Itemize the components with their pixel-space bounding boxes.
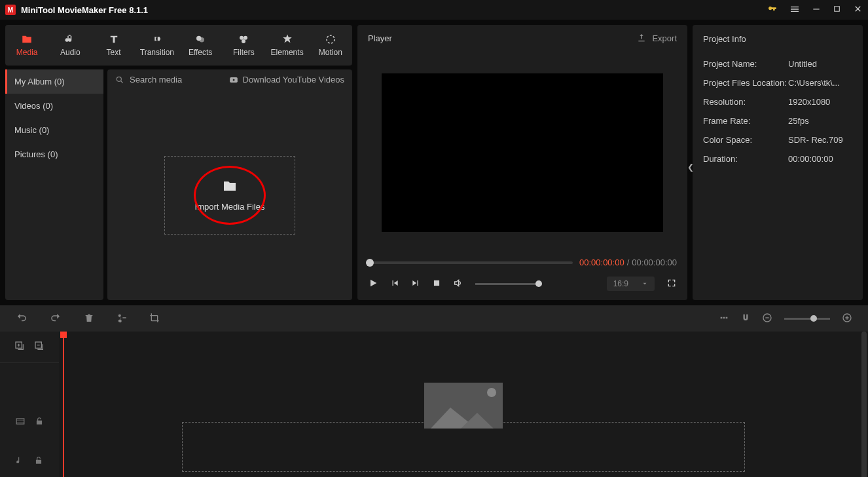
tab-elements-label: Elements — [271, 48, 304, 57]
timeline-toolbar — [0, 305, 868, 332]
time-current: 00:00:00:00 — [579, 258, 624, 267]
timeline-scrollbar[interactable] — [861, 332, 867, 477]
timeline-track-header — [0, 332, 59, 477]
svg-point-3 — [244, 36, 247, 40]
timeline-drop-zone[interactable] — [182, 422, 745, 472]
sidebar-item-pictures[interactable]: Pictures (0) — [5, 142, 103, 166]
project-colorspace-value: SDR- Rec.709 — [788, 135, 852, 145]
time-total: 00:00:00:00 — [632, 258, 677, 267]
video-track-icon — [15, 417, 26, 428]
close-button[interactable] — [853, 4, 863, 16]
playhead[interactable] — [63, 332, 64, 477]
chevron-down-icon — [642, 280, 648, 287]
tab-audio-label: Audio — [60, 48, 81, 57]
search-placeholder: Search media — [130, 75, 182, 85]
redo-button[interactable] — [50, 312, 62, 326]
tab-transition-label: Transition — [140, 48, 174, 57]
download-youtube-label: Download YouTube Videos — [243, 75, 344, 85]
zoom-in-button[interactable] — [842, 313, 852, 325]
project-framerate-label: Frame Rate: — [703, 116, 788, 126]
project-resolution-label: Resolution: — [703, 97, 788, 107]
key-icon[interactable] — [767, 4, 778, 16]
svg-point-4 — [242, 39, 245, 43]
tab-media[interactable]: Media — [5, 28, 48, 63]
progress-bar[interactable] — [368, 261, 573, 264]
project-name-label: Project Name: — [703, 59, 788, 69]
svg-rect-8 — [434, 280, 439, 285]
sidebar-item-videos[interactable]: Videos (0) — [5, 94, 103, 118]
svg-point-2 — [240, 36, 244, 40]
tab-effects[interactable]: Effects — [179, 28, 222, 63]
svg-point-6 — [117, 77, 121, 81]
tab-effects-label: Effects — [189, 48, 212, 57]
player-panel: Player Export 00:00:00:00 / 00:00:00:00 … — [357, 25, 687, 300]
tab-media-label: Media — [16, 48, 38, 57]
stop-button[interactable] — [432, 278, 441, 290]
sidebar-item-music[interactable]: Music (0) — [5, 118, 103, 142]
next-frame-button[interactable] — [411, 278, 420, 290]
magnet-button[interactable] — [741, 313, 750, 325]
project-info-title: Project Info — [693, 25, 863, 53]
crop-button[interactable] — [149, 313, 160, 325]
timeline: Drag and drop materials here to start cr… — [0, 332, 868, 477]
project-location-value: C:\Users\tk\... — [788, 78, 852, 88]
svg-rect-13 — [16, 418, 24, 423]
fullscreen-button[interactable] — [666, 278, 677, 290]
delete-button[interactable] — [84, 313, 94, 325]
player-title: Player — [368, 33, 392, 43]
undo-button[interactable] — [16, 312, 27, 326]
project-framerate-value: 25fps — [788, 116, 852, 126]
export-icon — [636, 33, 647, 43]
app-logo-icon: M — [5, 5, 16, 15]
add-track-button[interactable] — [14, 341, 25, 353]
media-panel: Search media Download YouTube Videos Imp… — [107, 69, 352, 300]
project-duration-label: Duration: — [703, 154, 788, 164]
tab-audio[interactable]: Audio — [48, 28, 92, 63]
project-location-label: Project Files Location: — [703, 78, 788, 88]
snap-button[interactable] — [719, 313, 729, 325]
tab-elements[interactable]: Elements — [266, 28, 309, 63]
tab-filters[interactable]: Filters — [222, 28, 265, 63]
zoom-out-button[interactable] — [762, 313, 772, 325]
main-tabbar: Media Audio Text Transition Effects Filt… — [5, 25, 352, 66]
time-separator: / — [627, 258, 630, 267]
prev-frame-button[interactable] — [390, 278, 399, 290]
tab-text[interactable]: Text — [92, 28, 136, 63]
menu-icon[interactable] — [789, 4, 800, 16]
search-input[interactable]: Search media — [115, 75, 222, 85]
download-youtube-button[interactable]: Download YouTube Videos — [228, 75, 344, 85]
tab-transition[interactable]: Transition — [136, 28, 179, 63]
media-category-list: My Album (0) Videos (0) Music (0) Pictur… — [5, 69, 103, 300]
split-button[interactable] — [117, 313, 127, 325]
project-resolution-value: 1920x1080 — [788, 97, 852, 107]
export-button[interactable]: Export — [636, 33, 677, 43]
video-preview — [382, 73, 663, 232]
svg-point-5 — [327, 35, 335, 43]
minimize-button[interactable] — [812, 5, 821, 16]
project-name-value: Untitled — [788, 59, 852, 69]
tab-motion-label: Motion — [319, 48, 342, 57]
svg-point-1 — [200, 37, 205, 43]
volume-slider[interactable] — [475, 283, 541, 285]
aspect-ratio-value: 16:9 — [613, 279, 628, 288]
import-media-button[interactable]: Import Media Files — [164, 156, 295, 235]
maximize-button[interactable] — [833, 5, 841, 15]
project-colorspace-label: Color Space: — [703, 135, 788, 145]
collapse-panel-button[interactable]: ❮ — [687, 162, 694, 172]
project-duration-value: 00:00:00:00 — [788, 154, 852, 164]
timeline-body[interactable]: Drag and drop materials here to start cr… — [59, 332, 868, 477]
audio-track-lock[interactable] — [34, 456, 43, 467]
tab-motion[interactable]: Motion — [309, 28, 352, 63]
zoom-slider[interactable] — [784, 318, 830, 320]
app-title: MiniTool MovieMaker Free 8.1.1 — [21, 5, 767, 15]
tab-filters-label: Filters — [233, 48, 255, 57]
search-icon — [115, 75, 124, 85]
aspect-ratio-select[interactable]: 16:9 — [607, 277, 655, 291]
play-button[interactable] — [368, 278, 378, 290]
highlight-circle — [194, 166, 266, 225]
volume-button[interactable] — [453, 278, 463, 290]
remove-track-button[interactable] — [34, 341, 45, 353]
project-info-panel: ❮ Project Info Project Name:Untitled Pro… — [693, 25, 863, 300]
sidebar-item-myalbum[interactable]: My Album (0) — [5, 69, 103, 94]
video-track-lock[interactable] — [35, 417, 44, 428]
